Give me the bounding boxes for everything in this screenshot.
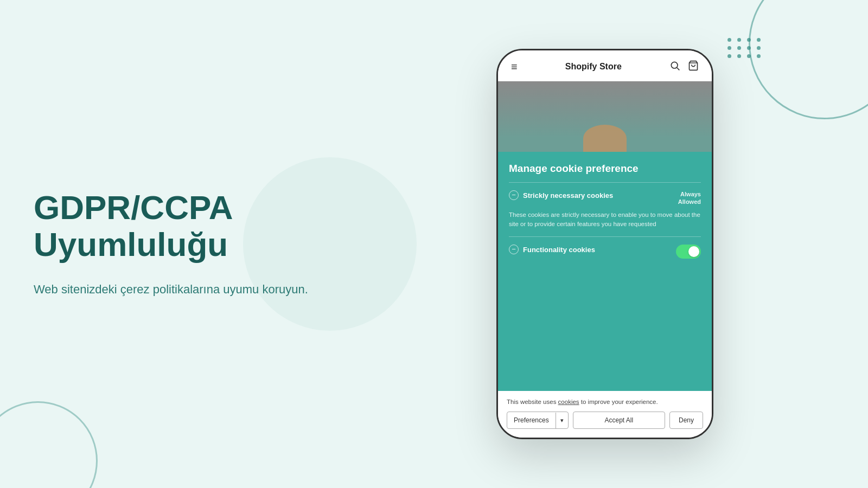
main-subtext: Web sitenizdeki çerez politikalarına uyu… [34,281,308,299]
cookie-preference-panel: Manage cookie preference Strickly necess… [498,152,712,391]
svg-point-0 [671,62,678,68]
strictly-necessary-desc: These cookies are strictly necessary to … [509,210,701,229]
cart-icon[interactable] [688,60,699,73]
strictly-necessary-row: Strickly necessary cookies AlwaysAllowed [509,190,701,206]
strictly-necessary-label-group: Strickly necessary cookies [509,190,613,200]
strictly-necessary-label: Strickly necessary cookies [523,191,613,200]
notification-buttons: Preferences ▾ Accept All Deny [507,412,703,429]
svg-line-1 [677,68,680,70]
decorative-dots-grid [727,38,762,58]
preferences-button-group[interactable]: Preferences ▾ [507,412,569,429]
accept-all-button[interactable]: Accept All [573,412,665,429]
cookie-icon [583,125,627,152]
store-title: Shopify Store [518,62,669,72]
preferences-arrow[interactable]: ▾ [556,413,568,428]
always-allowed-badge: AlwaysAllowed [678,190,701,206]
functionality-toggle[interactable] [676,245,701,259]
phone-frame: ≡ Shopify Store [496,49,713,439]
cookie-panel-title: Manage cookie preference [509,163,701,175]
notification-text: This website uses cookies to improve you… [507,399,703,405]
main-headline: GDPR/CCPA Uyumluluğu [34,189,308,263]
functionality-row: Functionality cookies [509,245,701,259]
panel-divider-2 [509,236,701,237]
cookies-link[interactable]: cookies [558,399,579,405]
phone-mockup: ≡ Shopify Store [496,49,713,439]
left-content: GDPR/CCPA Uyumluluğu Web sitenizdeki çer… [34,189,308,298]
panel-divider [509,182,701,183]
topbar-actions [669,60,699,73]
functionality-label: Functionality cookies [523,246,595,254]
cookie-notification-bar: This website uses cookies to improve you… [498,391,712,438]
phone-topbar: ≡ Shopify Store [498,50,712,81]
decorative-circle-top-right [749,0,868,119]
expand-icon-functionality[interactable] [509,245,519,254]
search-icon[interactable] [669,60,680,73]
expand-icon-strictly[interactable] [509,190,519,200]
preferences-button-label: Preferences [507,412,556,428]
deny-button[interactable]: Deny [669,412,703,429]
functionality-label-group: Functionality cookies [509,245,595,254]
decorative-circle-bottom-left [0,401,98,488]
product-image-area [498,81,712,152]
menu-icon[interactable]: ≡ [511,61,518,73]
